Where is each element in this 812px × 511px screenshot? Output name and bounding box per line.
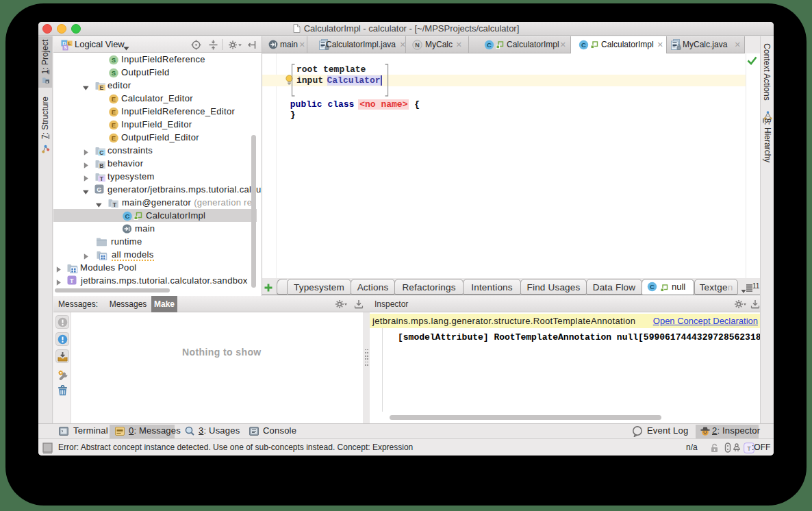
- svg-text:G: G: [97, 186, 101, 193]
- svg-text:C: C: [99, 149, 103, 155]
- svg-text:T: T: [747, 445, 751, 452]
- svg-text:T: T: [113, 201, 117, 208]
- svg-text:S: S: [112, 68, 116, 76]
- svg-text:N: N: [415, 42, 420, 49]
- svg-text:E: E: [112, 108, 116, 115]
- svg-text:E: E: [100, 84, 104, 90]
- svg-text:C: C: [125, 212, 129, 219]
- svg-text:T: T: [70, 277, 74, 284]
- svg-text:L: L: [68, 41, 72, 46]
- svg-text:E: E: [112, 121, 116, 128]
- svg-text:E: E: [112, 95, 116, 102]
- svg-text:S: S: [64, 45, 67, 50]
- svg-text:T: T: [100, 175, 104, 182]
- svg-text:S: S: [112, 55, 116, 63]
- svg-text:C: C: [581, 41, 586, 49]
- svg-text:B: B: [99, 162, 103, 169]
- svg-text:C: C: [487, 41, 492, 49]
- svg-text:E: E: [112, 134, 116, 141]
- svg-text:C: C: [650, 283, 655, 290]
